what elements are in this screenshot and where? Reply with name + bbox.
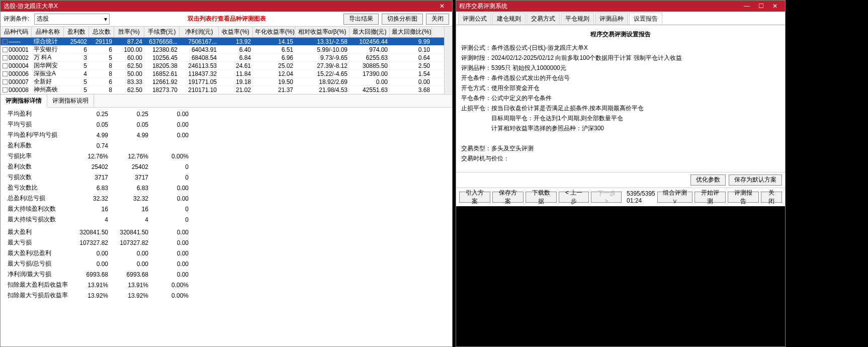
col-header[interactable]: 盈利数 — [64, 27, 89, 37]
download-button[interactable]: 下载数据 — [526, 192, 557, 203]
report-line: 交易类型：多头及空头评测 — [461, 143, 780, 153]
save-default-button[interactable]: 保存为默认方案 — [729, 175, 782, 186]
left-titlebar: 选股-游龙跟庄大单X ✕ — [1, 1, 452, 12]
report-line: 计算相对收益率选择的参照品种：沪深300 — [461, 123, 780, 133]
eval-report-button[interactable]: 评测报告 — [728, 192, 759, 203]
grid-body[interactable]: ------综合统计254022911987.246376658...75061… — [1, 38, 444, 94]
export-button[interactable]: 导出结果 — [343, 14, 379, 25]
col-header[interactable]: 品种名称 — [32, 27, 64, 37]
table-row[interactable]: 000001平安银行66100.0012380.6264043.916.406.… — [1, 46, 444, 54]
row-checkbox[interactable] — [3, 39, 8, 44]
row-checkbox[interactable] — [3, 47, 8, 52]
cond-value: 选股 — [37, 15, 49, 23]
combo-eval-button[interactable]: 组合评测∨ — [657, 192, 692, 203]
metric-row: 扣除最大盈利后收益率13.91%13.91%0.00% — [4, 280, 193, 290]
right-title: 程序交易评测系统 — [459, 2, 740, 11]
metric-row: 亏损次数371737170 — [4, 172, 193, 183]
report-line: 止损平仓：按当日收盘价计算是否满足止损条件,按本周期最高价平仓 — [461, 103, 780, 113]
tab-metric-detail[interactable]: 评测指标详情 — [1, 95, 47, 108]
row-checkbox[interactable] — [3, 79, 8, 84]
row-checkbox[interactable] — [3, 88, 8, 93]
right-tab[interactable]: 设置报告 — [629, 13, 662, 25]
report-line: 开仓条件：条件选股公式发出的开仓信号 — [461, 73, 780, 83]
progress-status: 5395/5395 01:24 — [624, 190, 655, 204]
metric-row: 最大盈利/总盈利0.000.000.00 — [4, 248, 193, 258]
col-header[interactable]: 胜率(%) — [114, 27, 144, 37]
col-header[interactable]: 最大回撤比(%) — [390, 27, 432, 37]
left-title: 选股-游龙跟庄大单X — [4, 2, 435, 11]
table-row[interactable]: 000004国华网安5862.5018205.38246113.5324.612… — [1, 62, 444, 70]
next-button: 下一步 > — [591, 192, 622, 203]
cond-label: 评测条件: — [4, 15, 29, 23]
right-tab[interactable]: 交易方式 — [527, 13, 560, 25]
right-tab[interactable]: 评测品种 — [595, 13, 628, 25]
metric-row: 净利润/最大亏损6993.686993.680.00 — [4, 269, 193, 280]
col-header[interactable]: 收益率(%) — [219, 27, 253, 37]
prev-button[interactable]: < 上一步 — [559, 192, 589, 203]
table-row[interactable]: 000002万 科A3560.0010256.4568408.546.846.9… — [1, 54, 444, 62]
metric-row: 扣除最大亏损后收益率13.92%13.92%0.00% — [4, 290, 193, 301]
tab-metric-help[interactable]: 评测指标说明 — [47, 95, 94, 107]
row-checkbox[interactable] — [3, 71, 8, 76]
metric-row: 最大持续亏损次数440 — [4, 214, 193, 225]
metric-row: 盈亏次数比6.836.830.00 — [4, 183, 193, 193]
report-heading: 程序交易评测设置报告 — [461, 30, 780, 39]
metric-row: 盈利次数25402254020 — [4, 161, 193, 172]
start-eval-button[interactable]: 开始评测 — [695, 192, 726, 203]
report-line: 开仓方式：使用全部资金开仓 — [461, 83, 780, 93]
report-line: 评测公式：条件选股公式-(日线)-游龙跟庄大单X — [461, 43, 780, 53]
table-row[interactable]: 000006深振业A4850.0016852.61118437.3211.841… — [1, 70, 444, 78]
report-line: 评测品种：5395只 初始投入1000000元 — [461, 63, 780, 73]
metric-row: 盈利系数0.74 — [4, 140, 193, 151]
col-header[interactable]: 手续费(元) — [144, 27, 180, 37]
metric-row: 亏损比率12.76%12.76%0.00% — [4, 151, 193, 161]
switch-chart-button[interactable]: 切换分析图 — [382, 14, 423, 25]
right-panel: 程序交易评测系统 — ☐ ✕ 评测公式建仓规则交易方式平仓规则评测品种设置报告 … — [456, 0, 786, 347]
col-header[interactable]: 净利润(元) — [180, 27, 219, 37]
metrics-panel: 平均盈利0.250.250.00平均亏损0.050.050.00平均盈利/平均亏… — [1, 108, 452, 346]
close-icon[interactable]: ✕ — [435, 3, 449, 10]
chevron-down-icon: ▾ — [104, 16, 107, 23]
table-row[interactable]: 000007全新好5683.3312661.92191771.0519.1819… — [1, 78, 444, 86]
save-button[interactable]: 保存方案 — [492, 192, 524, 203]
col-header[interactable]: 品种代码 — [1, 27, 32, 37]
right-tab[interactable]: 建仓规则 — [492, 13, 526, 25]
col-header[interactable]: 最大回撤(元) — [350, 27, 390, 37]
metrics-table: 平均盈利0.250.250.00平均亏损0.050.050.00平均盈利/平均亏… — [4, 109, 193, 301]
right-btnrow-2: 引入方案 保存方案 下载数据 < 上一步 下一步 > 5395/5395 01:… — [456, 188, 785, 206]
report-line: 目标周期平仓：开仓达到1个周期,则全部数量平仓 — [461, 113, 780, 123]
col-header[interactable]: 总次数 — [89, 27, 114, 37]
import-button[interactable]: 引入方案 — [459, 192, 490, 203]
results-grid-wrap: 品种代码品种名称盈利数总次数胜率(%)手续费(元)净利润(元)收益率(%)年化收… — [1, 27, 452, 94]
metric-row: 总盈利/总亏损32.3232.320.00 — [4, 193, 193, 204]
report-area: 程序交易评测设置报告 评测公式：条件选股公式-(日线)-游龙跟庄大单X 评测时段… — [456, 25, 785, 172]
left-panel: 选股-游龙跟庄大单X ✕ 评测条件: 选股 ▾ 双击列表行查看品种评测图表 导出… — [0, 0, 453, 347]
col-header[interactable]: 相对收益率α/β(%) — [295, 27, 350, 37]
close-icon[interactable]: ✕ — [768, 3, 782, 10]
right-btnrow-1: 优化参数 保存为默认方案 — [456, 172, 785, 188]
blank-area — [456, 206, 785, 347]
metric-row: 最大亏损/总亏损0.000.000.00 — [4, 258, 193, 269]
vertical-scrollbar[interactable] — [444, 27, 452, 94]
metric-row: 最大盈利320841.50320841.500.00 — [4, 227, 193, 237]
metric-tabs: 评测指标详情 评测指标说明 — [1, 94, 452, 108]
close-right-button[interactable]: 关闭 — [761, 192, 782, 203]
minimize-icon[interactable]: — — [740, 3, 754, 10]
col-header[interactable]: 年化收益率(%) — [253, 27, 295, 37]
dblclick-hint: 双击列表行查看品种评测图表 — [113, 15, 340, 23]
table-row[interactable]: ------综合统计254022911987.246376658...75061… — [1, 38, 444, 46]
close-button[interactable]: 关闭 — [426, 14, 449, 25]
row-checkbox[interactable] — [3, 55, 8, 60]
row-checkbox[interactable] — [3, 63, 8, 68]
grid-header: 品种代码品种名称盈利数总次数胜率(%)手续费(元)净利润(元)收益率(%)年化收… — [1, 27, 444, 38]
table-row[interactable]: 000008神州高铁5862.5018273.70210171.1021.022… — [1, 86, 444, 94]
optimize-button[interactable]: 优化参数 — [690, 175, 726, 186]
metric-row: 平均盈利0.250.250.00 — [4, 109, 193, 119]
cond-combo[interactable]: 选股 ▾ — [34, 14, 110, 25]
left-toolbar: 评测条件: 选股 ▾ 双击列表行查看品种评测图表 导出结果 切换分析图 关闭 — [1, 12, 452, 27]
right-tab[interactable]: 评测公式 — [458, 13, 491, 25]
maximize-icon[interactable]: ☐ — [754, 3, 768, 10]
right-titlebar: 程序交易评测系统 — ☐ ✕ — [456, 1, 785, 12]
right-tab[interactable]: 平仓规则 — [561, 13, 594, 25]
right-tabs: 评测公式建仓规则交易方式平仓规则评测品种设置报告 — [456, 12, 785, 25]
